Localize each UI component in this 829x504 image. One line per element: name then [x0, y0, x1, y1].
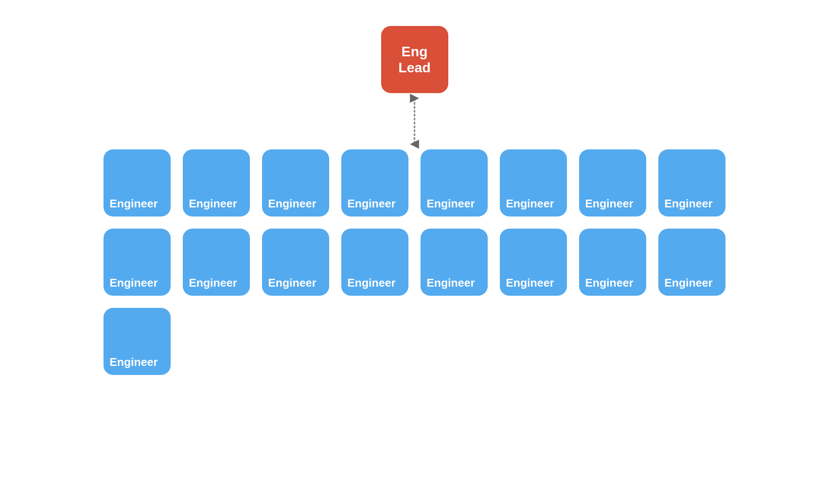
engineer-node[interactable]: Engineer — [183, 229, 250, 296]
engineer-label: Engineer — [110, 197, 158, 210]
engineer-label: Engineer — [347, 197, 395, 210]
engineer-node[interactable]: Engineer — [658, 229, 725, 296]
engineer-label: Engineer — [664, 276, 712, 290]
engineer-label: Engineer — [189, 276, 237, 290]
engineer-node[interactable]: Engineer — [579, 149, 646, 216]
engineer-label: Engineer — [347, 276, 395, 290]
lead-eng-label: EngLead — [398, 44, 431, 76]
engineer-label: Engineer — [585, 276, 633, 290]
engineer-row-3: Engineer — [104, 308, 171, 375]
engineer-node[interactable]: Engineer — [183, 149, 250, 216]
engineer-label: Engineer — [585, 197, 633, 210]
org-chart: EngLead Engineer Engineer — [0, 0, 829, 401]
engineer-node[interactable]: Engineer — [500, 229, 567, 296]
engineer-node[interactable]: Engineer — [658, 149, 725, 216]
engineer-node[interactable]: Engineer — [104, 308, 171, 375]
engineer-label: Engineer — [427, 276, 475, 290]
engineer-node[interactable]: Engineer — [579, 229, 646, 296]
connector — [406, 93, 423, 149]
engineer-label: Engineer — [506, 197, 554, 210]
engineer-node[interactable]: Engineer — [341, 149, 408, 216]
engineer-node[interactable]: Engineer — [104, 229, 171, 296]
engineer-label: Engineer — [664, 197, 712, 210]
engineer-label: Engineer — [427, 197, 475, 210]
engineer-label: Engineer — [110, 276, 158, 290]
engineer-node[interactable]: Engineer — [500, 149, 567, 216]
lead-node-container: EngLead — [381, 26, 448, 149]
engineer-label: Engineer — [268, 276, 316, 290]
engineer-row-2: Engineer Engineer Engineer Engineer Engi… — [104, 229, 725, 296]
engineer-node[interactable]: Engineer — [421, 229, 488, 296]
engineer-row-1: Engineer Engineer Engineer Engineer Engi… — [104, 149, 725, 216]
engineer-node[interactable]: Engineer — [262, 149, 329, 216]
engineer-node[interactable]: Engineer — [421, 149, 488, 216]
engineer-label: Engineer — [268, 197, 316, 210]
engineer-rows: Engineer Engineer Engineer Engineer Engi… — [104, 149, 725, 375]
engineer-node[interactable]: Engineer — [341, 229, 408, 296]
engineer-label: Engineer — [506, 276, 554, 290]
engineer-node[interactable]: Engineer — [262, 229, 329, 296]
engineer-label: Engineer — [189, 197, 237, 210]
engineer-node[interactable]: Engineer — [104, 149, 171, 216]
engineer-label: Engineer — [110, 355, 158, 369]
lead-eng-node[interactable]: EngLead — [381, 26, 448, 93]
connector-arrow — [406, 93, 423, 149]
